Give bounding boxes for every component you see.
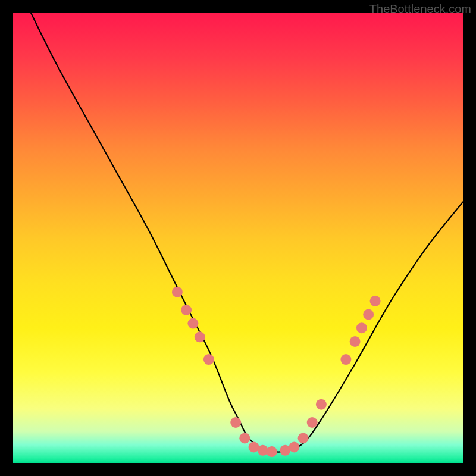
curve-marker <box>316 399 327 410</box>
plot-area <box>13 13 463 463</box>
curve-marker <box>267 446 277 457</box>
curve-marker <box>307 417 318 428</box>
curve-marker <box>370 296 381 306</box>
curve-marker <box>258 445 268 456</box>
curve-marker <box>289 442 300 453</box>
chart-svg <box>13 13 463 463</box>
curve-marker <box>181 305 192 315</box>
curve-marker <box>172 287 183 298</box>
curve-marker <box>350 336 361 347</box>
chart-container: TheBottleneck.com <box>0 0 476 476</box>
curve-marker <box>203 354 214 365</box>
curve-marker <box>195 331 205 342</box>
watermark-text: TheBottleneck.com <box>369 2 471 16</box>
curve-marker <box>340 354 351 365</box>
curve-marker <box>363 309 374 320</box>
bottleneck-curve-path <box>31 13 463 452</box>
curve-marker <box>356 322 367 333</box>
curve-marker <box>230 417 241 428</box>
curve-marker <box>187 318 198 329</box>
curve-marker <box>298 433 309 443</box>
curve-marker <box>239 433 250 443</box>
curve-markers <box>172 287 381 457</box>
